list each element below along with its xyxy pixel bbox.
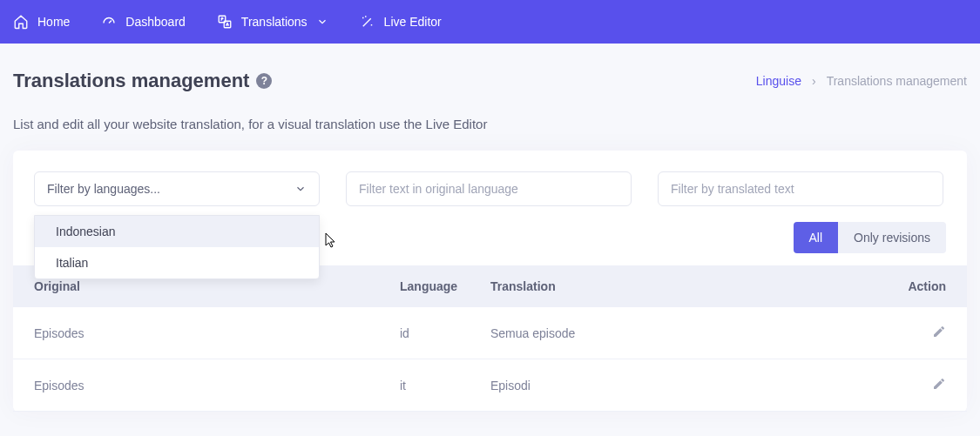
col-header-language: Language (400, 279, 490, 293)
content-card: Filter by languages... Indonesian Italia… (13, 151, 967, 412)
translate-icon (217, 14, 233, 30)
language-filter-select[interactable]: Filter by languages... (34, 171, 320, 206)
dropdown-option-indonesian[interactable]: Indonesian (35, 216, 319, 247)
cell-translation: Episodi (490, 379, 885, 392)
chevron-down-icon (294, 183, 307, 195)
wand-icon (360, 14, 375, 30)
nav-label: Translations (241, 15, 308, 29)
cell-language: it (400, 379, 490, 392)
cell-language: id (400, 326, 490, 340)
toggle-all-button[interactable]: All (794, 222, 839, 253)
home-icon (13, 14, 29, 30)
language-filter-placeholder: Filter by languages... (47, 182, 160, 196)
cell-original: Episodes (34, 326, 400, 340)
table-row: Episodes it Episodi (13, 359, 967, 412)
edit-action[interactable] (885, 325, 946, 341)
mouse-cursor (325, 232, 337, 248)
nav-label: Home (37, 15, 70, 29)
breadcrumb-separator: › (812, 74, 816, 88)
cell-translation: Semua episode (490, 326, 885, 340)
page-title: Translations management ? (13, 70, 272, 92)
nav-label: Live Editor (384, 15, 442, 29)
revision-toggle-group: All Only revisions (794, 222, 946, 253)
col-header-original: Original (34, 279, 400, 293)
col-header-translation: Translation (490, 279, 885, 293)
breadcrumb-current: Translations management (827, 74, 967, 88)
col-header-action: Action (885, 279, 946, 293)
dashboard-icon (101, 14, 117, 30)
nav-live-editor[interactable]: Live Editor (360, 14, 442, 30)
help-icon[interactable]: ? (256, 73, 272, 89)
nav-dashboard[interactable]: Dashboard (101, 14, 186, 30)
translated-text-filter-input[interactable] (658, 171, 943, 206)
edit-action[interactable] (885, 377, 946, 393)
nav-home[interactable]: Home (13, 14, 70, 30)
breadcrumb: Linguise › Translations management (756, 74, 967, 88)
dropdown-option-italian[interactable]: Italian (35, 247, 319, 278)
page-subtitle: List and edit all your website translati… (13, 117, 967, 131)
nav-translations[interactable]: Translations (217, 14, 328, 30)
original-text-filter-input[interactable] (346, 171, 632, 206)
language-dropdown: Indonesian Italian (34, 215, 320, 279)
page-header: Translations management ? Linguise › Tra… (13, 70, 967, 92)
edit-icon (932, 325, 946, 341)
chevron-down-icon (316, 16, 328, 28)
nav-label: Dashboard (125, 15, 186, 29)
edit-icon (932, 377, 946, 393)
toggle-revisions-button[interactable]: Only revisions (838, 222, 946, 253)
table-row: Episodes id Semua episode (13, 307, 967, 359)
cell-original: Episodes (34, 379, 400, 392)
breadcrumb-home[interactable]: Linguise (756, 74, 801, 88)
top-navbar: Home Dashboard Translations Live Editor (0, 0, 980, 44)
filter-row: Filter by languages... Indonesian Italia… (13, 171, 967, 206)
page-title-text: Translations management (13, 70, 249, 92)
